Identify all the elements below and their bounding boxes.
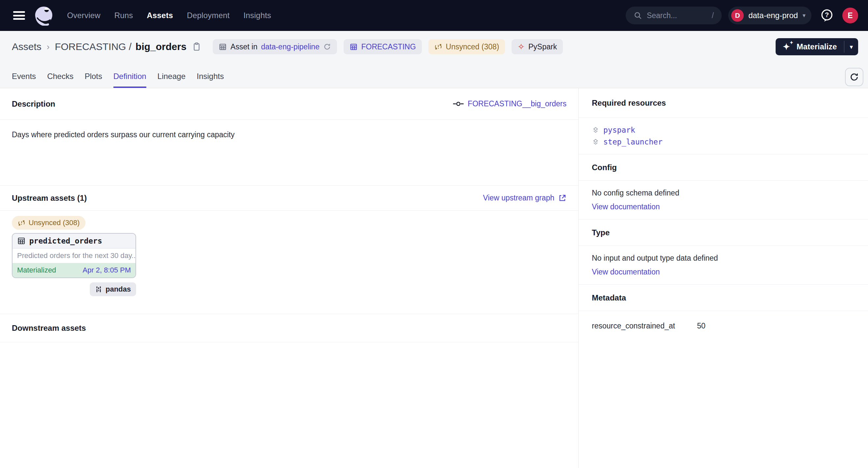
breadcrumb: Assets › FORECASTING / big_orders Asset … xyxy=(0,31,868,62)
unsynced-icon xyxy=(434,43,442,51)
description-title: Description xyxy=(12,99,55,109)
page-title: big_orders xyxy=(135,41,186,52)
config-doc-link[interactable]: View documentation xyxy=(592,202,855,211)
materialize-button[interactable]: ✦✦ Materialize xyxy=(776,38,844,55)
breadcrumb-separator: › xyxy=(47,42,50,52)
upstream-asset-card[interactable]: predicted_orders Predicted orders for th… xyxy=(12,233,136,278)
downstream-title: Downstream assets xyxy=(12,323,86,333)
asset-header: Assets › FORECASTING / big_orders Asset … xyxy=(0,31,868,88)
search-shortcut-hint: / xyxy=(712,11,714,20)
copy-asset-name-button[interactable] xyxy=(192,42,202,52)
nav-item-insights[interactable]: Insights xyxy=(243,11,271,20)
asset-job-prefix: Asset in xyxy=(230,42,257,51)
asset-group-tag: FORECASTING xyxy=(344,39,422,54)
config-body: No config schema defined View documentat… xyxy=(579,181,868,220)
resource-icon xyxy=(592,126,599,134)
deployment-switcher[interactable]: D data-eng-prod ▾ xyxy=(728,7,811,24)
table-icon xyxy=(17,237,26,245)
definition-content: Description FORECASTING__big_orders Days… xyxy=(0,88,868,468)
table-icon xyxy=(219,43,227,51)
pipeline-link[interactable]: data-eng-pipeline xyxy=(261,42,319,51)
dagster-logo-icon[interactable] xyxy=(34,5,54,26)
refresh-icon[interactable] xyxy=(323,43,331,51)
asset-card-description: Predicted orders for the next 30 day... xyxy=(12,248,135,263)
refresh-icon xyxy=(849,72,859,82)
materialization-timestamp-link[interactable]: Apr 2, 8:05 PM xyxy=(83,266,131,274)
nav-item-overview[interactable]: Overview xyxy=(67,11,101,20)
upstream-sync-badge[interactable]: Unsynced (308) xyxy=(12,216,86,230)
required-resources-header: Required resources xyxy=(579,88,868,118)
resource-link-pyspark[interactable]: pyspark xyxy=(603,126,635,134)
view-upstream-graph-link[interactable]: View upstream graph xyxy=(483,194,566,202)
tab-checks[interactable]: Checks xyxy=(47,72,73,88)
compute-kind-label: PySpark xyxy=(528,42,557,51)
description-section-header: Description FORECASTING__big_orders xyxy=(0,88,578,120)
asset-card-name: predicted_orders xyxy=(29,237,102,245)
materialize-label: Materialize xyxy=(797,42,837,51)
search-box[interactable]: / xyxy=(626,7,722,24)
top-nav: Overview Runs Assets Deployment Insights… xyxy=(0,0,868,31)
search-input[interactable] xyxy=(647,11,707,20)
materialized-status: Materialized xyxy=(17,266,56,274)
asset-tags: Asset in data-eng-pipeline FORECASTING xyxy=(213,39,563,54)
clipboard-icon xyxy=(192,42,202,52)
type-empty-text: No input and output type data defined xyxy=(592,254,718,262)
resource-link-step-launcher[interactable]: step_launcher xyxy=(603,138,662,146)
tab-events[interactable]: Events xyxy=(12,72,36,88)
metadata-body: resource_constrained_at 50 xyxy=(579,311,868,338)
type-header: Type xyxy=(579,220,868,246)
primary-nav: Overview Runs Assets Deployment Insights xyxy=(67,11,271,20)
pandas-kind-tag[interactable]: pandas xyxy=(90,282,136,296)
asset-card-footer: Materialized Apr 2, 8:05 PM xyxy=(12,263,135,277)
main-column: Description FORECASTING__big_orders Days… xyxy=(0,88,579,468)
nav-item-runs[interactable]: Runs xyxy=(115,11,133,20)
deployment-name: data-eng-prod xyxy=(748,11,798,20)
chevron-down-icon: ▾ xyxy=(803,12,806,19)
breadcrumb-assets-link[interactable]: Assets xyxy=(12,41,41,52)
refresh-page-button[interactable] xyxy=(845,68,863,86)
asset-card-header: predicted_orders xyxy=(12,234,135,248)
sparkle-icon: ✦✦ xyxy=(783,42,793,52)
breadcrumb-group: FORECASTING / xyxy=(55,41,131,52)
group-link[interactable]: FORECASTING xyxy=(361,42,416,51)
sync-status-label: Unsynced (308) xyxy=(446,42,499,51)
upstream-section-body: Unsynced (308) predicted_orders Predicte… xyxy=(0,211,578,314)
nav-item-deployment[interactable]: Deployment xyxy=(187,11,229,20)
metadata-header: Metadata xyxy=(579,285,868,311)
help-icon: ? xyxy=(820,8,834,22)
metadata-value: 50 xyxy=(697,322,706,330)
tab-definition[interactable]: Definition xyxy=(114,72,146,88)
deployment-badge: D xyxy=(731,9,744,22)
help-button[interactable]: ? xyxy=(820,8,834,22)
upstream-title: Upstream assets (1) xyxy=(12,194,87,203)
asset-tabs: Events Checks Plots Definition Lineage I… xyxy=(0,62,868,88)
upstream-sync-label: Unsynced (308) xyxy=(29,218,80,227)
resource-icon xyxy=(592,138,599,146)
pandas-icon xyxy=(95,285,102,293)
sync-status-tag[interactable]: Unsynced (308) xyxy=(428,39,505,54)
user-avatar[interactable]: E xyxy=(842,7,858,23)
upstream-section-header: Upstream assets (1) View upstream graph xyxy=(0,186,578,211)
description-text: Days where predicted orders surpass our … xyxy=(0,120,578,186)
tab-insights[interactable]: Insights xyxy=(197,72,224,88)
type-body: No input and output type data defined Vi… xyxy=(579,246,868,285)
svg-text:?: ? xyxy=(825,11,829,19)
spark-icon: ✧ xyxy=(518,42,525,51)
required-resources-body: pyspark step_launcher xyxy=(579,118,868,154)
tab-plots[interactable]: Plots xyxy=(85,72,102,88)
materialize-dropdown-button[interactable]: ▾ xyxy=(844,38,858,55)
metadata-row: resource_constrained_at 50 xyxy=(592,322,855,330)
tab-lineage[interactable]: Lineage xyxy=(157,72,185,88)
nav-item-assets[interactable]: Assets xyxy=(147,11,173,20)
type-doc-link[interactable]: View documentation xyxy=(592,268,855,276)
config-header: Config xyxy=(579,154,868,181)
materialize-split-button: ✦✦ Materialize ▾ xyxy=(776,38,858,55)
unsynced-icon xyxy=(18,219,25,227)
job-definition-link[interactable]: FORECASTING__big_orders xyxy=(453,99,566,108)
search-icon xyxy=(633,11,642,20)
external-link-icon xyxy=(558,194,566,202)
op-icon xyxy=(453,101,464,106)
config-empty-text: No config schema defined xyxy=(592,188,679,197)
hamburger-menu-icon[interactable] xyxy=(13,11,25,20)
resource-item: pyspark xyxy=(592,126,855,134)
